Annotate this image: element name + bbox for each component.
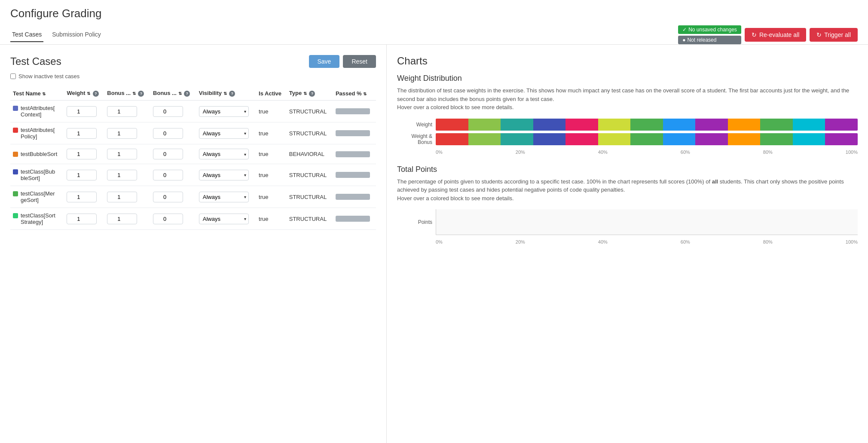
bonus1-input-0[interactable] — [107, 106, 137, 117]
points-bar-area — [436, 209, 858, 235]
bonus1-cell-0 — [104, 101, 150, 122]
axis-label: 0% — [436, 150, 443, 155]
sort-icon-vis[interactable]: ⇅ — [223, 91, 227, 96]
bonus2-input-2[interactable] — [153, 149, 183, 159]
left-panel: Test Cases Save Reset Show inactive test… — [0, 45, 387, 443]
color-dot — [13, 152, 18, 157]
weight-segment-1 — [468, 119, 501, 131]
visibility-select-wrapper-5: AlwaysNeverAfter due date — [199, 214, 249, 224]
bonus2-input-5[interactable] — [153, 214, 183, 224]
tab-test-cases[interactable]: Test Cases — [10, 27, 43, 42]
bonus1-cell-5 — [104, 208, 150, 230]
visibility-select-5[interactable]: AlwaysNeverAfter due date — [199, 214, 249, 224]
trigger-all-button[interactable]: ↻ Trigger all — [810, 28, 858, 42]
test-name-text: testClass[BubbleSort] — [21, 168, 55, 181]
weight-input-5[interactable] — [67, 214, 97, 224]
show-inactive-row: Show inactive test cases — [10, 73, 376, 79]
sort-icon-bonus2[interactable]: ⇅ — [178, 91, 182, 96]
help-icon-weight: ? — [93, 91, 99, 97]
col-bonus2: Bonus ... ⇅ ? — [150, 86, 196, 101]
visibility-select-wrapper-3: AlwaysNeverAfter due date — [199, 170, 249, 180]
bonus1-cell-3 — [104, 164, 150, 186]
tabs: Test Cases Submission Policy — [10, 27, 110, 42]
weight-segment-9 — [728, 119, 761, 131]
bonus1-cell-2 — [104, 144, 150, 164]
table-wrapper: Test Name ⇅ Weight ⇅ ? Bonus ... ⇅ ? — [10, 86, 376, 230]
table-row: testAttributes[Policy] AlwaysNeverAfter … — [10, 122, 376, 144]
bonus1-input-4[interactable] — [107, 192, 137, 202]
weight-dist-desc: The distribution of test case weights in… — [397, 86, 858, 112]
weight-input-1[interactable] — [67, 128, 97, 139]
save-button[interactable]: Save — [309, 55, 340, 68]
visibility-select-4[interactable]: AlwaysNeverAfter due date — [199, 192, 249, 202]
is-active-value-2: true — [259, 151, 268, 157]
reevaluate-all-button[interactable]: ↻ Re-evaluate all — [745, 28, 806, 42]
passed-pct-cell-5 — [333, 208, 376, 230]
total-points-title: Total Points — [397, 165, 858, 174]
weight-input-0[interactable] — [67, 106, 97, 117]
points-axis-label: 60% — [681, 239, 690, 244]
type-value-4: STRUCTURAL — [289, 194, 327, 200]
passed-pct-cell-3 — [333, 164, 376, 186]
help-icon-vis: ? — [229, 91, 235, 97]
trigger-icon: ↻ — [816, 31, 822, 38]
color-dot — [13, 191, 18, 196]
bonus1-input-5[interactable] — [107, 214, 137, 224]
bonus1-input-3[interactable] — [107, 170, 137, 180]
bonus1-input-2[interactable] — [107, 149, 137, 159]
weight-bar-row: Weight — [397, 119, 858, 131]
color-dot — [13, 169, 18, 174]
reset-button[interactable]: Reset — [343, 55, 376, 68]
table-row: testBubbleSort AlwaysNeverAfter due date… — [10, 144, 376, 164]
axis-label: 20% — [516, 150, 525, 155]
weight-distribution-section: Weight Distribution The distribution of … — [397, 74, 858, 155]
points-axis-label: 0% — [436, 239, 443, 244]
axis-label: 40% — [598, 150, 608, 155]
weight-segment-10 — [760, 119, 793, 131]
weight-input-4[interactable] — [67, 192, 97, 202]
tab-submission-policy[interactable]: Submission Policy — [50, 27, 103, 42]
weight-bar-label: Weight — [397, 122, 436, 128]
visibility-select-3[interactable]: AlwaysNeverAfter due date — [199, 170, 249, 180]
bonus2-input-0[interactable] — [153, 106, 183, 117]
visibility-select-0[interactable]: AlwaysNeverAfter due date — [199, 106, 249, 117]
visibility-cell-1: AlwaysNeverAfter due date — [196, 122, 256, 144]
points-axis-label: 20% — [516, 239, 525, 244]
weight-bonus-segment-11 — [793, 133, 825, 145]
table-row: testClass[SortStrategy] AlwaysNeverAfter… — [10, 208, 376, 230]
test-name-text: testClass[SortStrategy] — [21, 212, 55, 225]
weight-input-3[interactable] — [67, 170, 97, 180]
weight-segment-12 — [825, 119, 858, 131]
type-value-0: STRUCTURAL — [289, 108, 327, 115]
visibility-select-2[interactable]: AlwaysNeverAfter due date — [199, 149, 249, 159]
weight-cell-3 — [64, 164, 104, 186]
type-value-3: STRUCTURAL — [289, 172, 327, 178]
sort-icon-name[interactable]: ⇅ — [42, 92, 46, 96]
passed-pct-cell-0 — [333, 101, 376, 122]
test-name-cell-1: testAttributes[Policy] — [10, 122, 64, 144]
weight-cell-5 — [64, 208, 104, 230]
status-badges: ✓ No unsaved changes ● Not released — [678, 25, 741, 44]
sort-icon-bonus1[interactable]: ⇅ — [132, 91, 136, 96]
total-points-desc: The percentage of points given to studen… — [397, 177, 858, 203]
points-bar-row: Points — [397, 209, 858, 235]
is-active-cell-2: true — [256, 144, 287, 164]
sort-icon-weight[interactable]: ⇅ — [87, 91, 90, 96]
visibility-select-wrapper-4: AlwaysNeverAfter due date — [199, 192, 249, 202]
test-cases-tbody: testAttributes[Context] AlwaysNeverAfter… — [10, 101, 376, 230]
passed-bar-3 — [336, 172, 370, 178]
color-dot — [13, 128, 18, 133]
test-cases-title: Test Cases — [10, 55, 61, 67]
help-icon-type: ? — [309, 91, 315, 97]
circle-icon: ● — [682, 37, 685, 43]
sort-icon-passed[interactable]: ⇅ — [363, 92, 367, 96]
bonus2-input-4[interactable] — [153, 192, 183, 202]
sort-icon-type[interactable]: ⇅ — [303, 91, 307, 96]
show-inactive-checkbox[interactable] — [10, 73, 16, 79]
bonus1-input-1[interactable] — [107, 128, 137, 139]
weight-input-2[interactable] — [67, 149, 97, 159]
bonus2-input-1[interactable] — [153, 128, 183, 139]
visibility-select-1[interactable]: AlwaysNeverAfter due date — [199, 128, 249, 139]
bonus2-input-3[interactable] — [153, 170, 183, 180]
visibility-cell-5: AlwaysNeverAfter due date — [196, 208, 256, 230]
